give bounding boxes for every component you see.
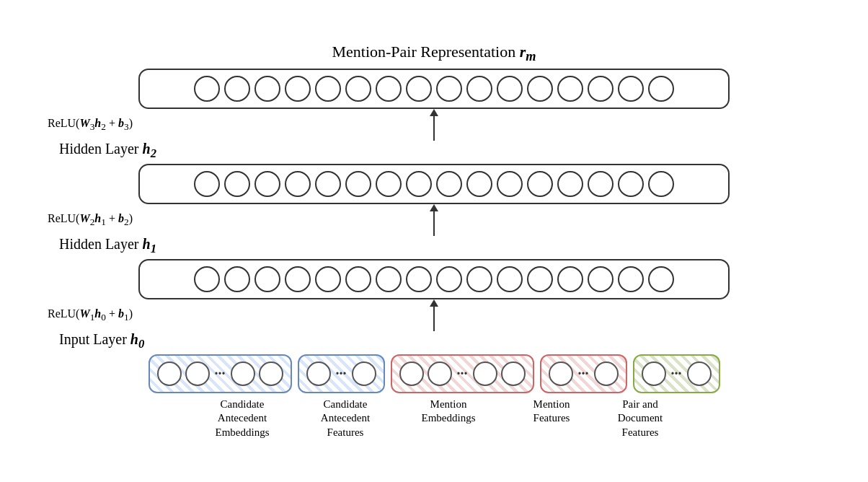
neuron — [254, 76, 280, 102]
input-neuron — [399, 362, 424, 386]
neuron — [527, 171, 553, 197]
pair-document-features-label: Pair andDocumentFeatures — [599, 398, 682, 440]
neuron — [557, 171, 583, 197]
arrow-2-center — [430, 204, 438, 236]
arrow-line-1 — [433, 306, 435, 331]
arrow-3: ReLU(W3h2 + b3) — [37, 109, 831, 141]
neuron — [588, 76, 614, 102]
input-neuron — [352, 362, 376, 386]
arrow-3-center — [430, 109, 438, 141]
neuron — [345, 76, 371, 102]
neuron — [315, 76, 341, 102]
neuron — [497, 266, 523, 292]
neuron — [497, 171, 523, 197]
neuron — [618, 76, 644, 102]
neuron — [466, 266, 492, 292]
mention-embeddings-box: ··· — [391, 354, 534, 393]
dots: ··· — [335, 365, 348, 382]
input-neuron — [501, 362, 526, 386]
neuron — [527, 266, 553, 292]
arrow-line-3 — [433, 115, 435, 141]
neuron — [588, 266, 614, 292]
neuron — [466, 76, 492, 102]
input-neuron — [549, 362, 573, 386]
input-neuron — [185, 362, 210, 386]
neuron — [376, 171, 402, 197]
pair-document-features-box: ··· — [633, 354, 720, 393]
neuron — [315, 266, 341, 292]
neuron — [436, 171, 462, 197]
input-neuron — [473, 362, 497, 386]
neuron — [466, 171, 492, 197]
dots: ··· — [456, 365, 469, 382]
input-neuron — [157, 362, 182, 386]
input-neuron — [642, 362, 666, 386]
mention-pair-title: Mention-Pair Representation rm — [332, 43, 536, 64]
neuron — [315, 171, 341, 197]
neuron — [254, 266, 280, 292]
hidden-layer-1: Hidden Layer h1 — [37, 236, 831, 299]
neuron — [648, 171, 674, 197]
dots: ··· — [577, 365, 590, 382]
neuron — [406, 266, 432, 292]
candidate-antecedent-embeddings-label: CandidateAntecedentEmbeddings — [187, 398, 298, 440]
neuron — [376, 266, 402, 292]
neuron — [497, 76, 523, 102]
mention-embeddings-label: MentionEmbeddings — [393, 398, 505, 426]
input-neuron — [594, 362, 619, 386]
neuron — [285, 76, 311, 102]
neuron — [376, 76, 402, 102]
neuron — [436, 266, 462, 292]
mention-pair-layer: Mention-Pair Representation rm — [37, 43, 831, 109]
neuron — [194, 266, 220, 292]
input-layer-label: Input Layer h0 — [37, 331, 144, 351]
input-neuron — [428, 362, 452, 386]
activation-3-label: ReLU(W3h2 + b3) — [48, 117, 133, 133]
input-neuron — [687, 362, 712, 386]
neuron — [254, 171, 280, 197]
input-neuron — [231, 362, 255, 386]
neuron — [527, 76, 553, 102]
neuron — [648, 76, 674, 102]
candidate-antecedent-features-label: CandidateAntecedentFeatures — [304, 398, 387, 440]
activation-2-label: ReLU(W2h1 + b2) — [48, 212, 133, 228]
candidate-antecedent-embeddings-box: ··· — [149, 354, 292, 393]
neuron — [224, 76, 250, 102]
arrow-2: ReLU(W2h1 + b2) — [37, 204, 831, 236]
input-neuron — [306, 362, 331, 386]
mention-features-box: ··· — [540, 354, 627, 393]
dots: ··· — [670, 365, 683, 382]
hidden-layer-1-label: Hidden Layer h1 — [37, 236, 156, 256]
neuron — [618, 266, 644, 292]
neuron — [194, 171, 220, 197]
hidden-layer-2: Hidden Layer h2 — [37, 141, 831, 204]
neuron — [406, 171, 432, 197]
hidden-layer-1-neurons — [138, 259, 730, 299]
hidden-layer-2-neurons — [138, 164, 730, 204]
mention-pair-neurons — [138, 69, 730, 109]
neuron — [648, 266, 674, 292]
neuron — [194, 76, 220, 102]
neuron — [285, 266, 311, 292]
neuron — [285, 171, 311, 197]
neuron — [436, 76, 462, 102]
dots: ··· — [213, 365, 227, 382]
activation-1-label: ReLU(W1h0 + b1) — [48, 307, 133, 323]
candidate-antecedent-features-box: ··· — [298, 354, 385, 393]
mention-features-label: MentionFeatures — [510, 398, 593, 426]
input-neuron — [259, 362, 283, 386]
arrow-1: ReLU(W1h0 + b1) — [37, 299, 831, 331]
arrow-1-center — [430, 299, 438, 331]
input-layer-row: ··· ··· ··· ··· ··· — [149, 354, 720, 393]
neuron — [224, 266, 250, 292]
neuron — [557, 76, 583, 102]
neuron — [557, 266, 583, 292]
arrow-line-2 — [433, 211, 435, 236]
neuron — [224, 171, 250, 197]
neuron — [345, 266, 371, 292]
neuron — [588, 171, 614, 197]
neuron — [618, 171, 644, 197]
neural-network-diagram: Mention-Pair Representation rm — [37, 43, 831, 440]
neuron — [406, 76, 432, 102]
hidden-layer-2-label: Hidden Layer h2 — [37, 141, 156, 161]
